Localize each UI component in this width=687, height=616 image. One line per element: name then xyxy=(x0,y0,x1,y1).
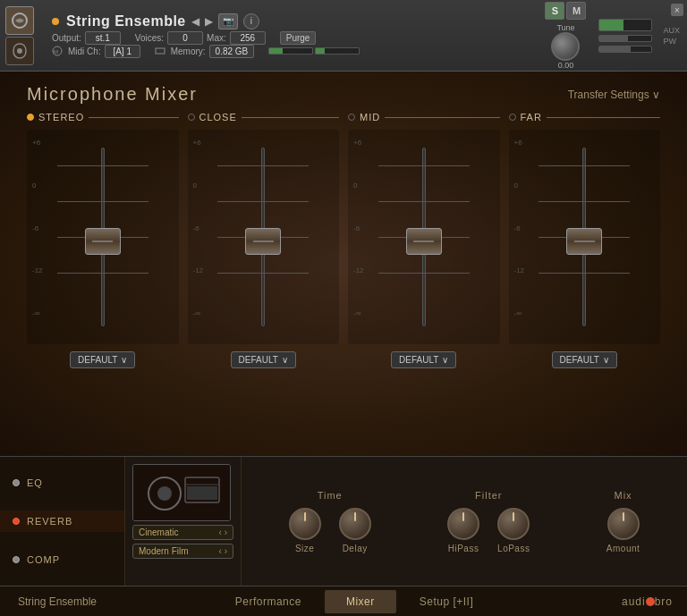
channel-far: FAR +6 0 -6 -12 -∞ DEFAULT xyxy=(509,112,661,368)
size-knob-item: Size xyxy=(289,508,321,553)
effect-item-eq[interactable]: EQ xyxy=(0,472,124,494)
effect-label-comp: COMP xyxy=(27,554,60,565)
s-button[interactable]: S xyxy=(545,2,564,20)
channel-dot-far[interactable] xyxy=(509,114,516,121)
tab-mixer[interactable]: Mixer xyxy=(325,590,396,613)
preset-bottom-bar[interactable]: Modern Film ‹ › xyxy=(132,544,233,559)
level-meter-2 xyxy=(315,47,360,55)
fader-tick-4 xyxy=(57,273,148,274)
pw-bar xyxy=(598,46,652,53)
delay-knob-label: Delay xyxy=(343,544,368,553)
aux-pw-labels: AUX PW xyxy=(656,22,687,49)
output-value[interactable]: st.1 xyxy=(85,31,121,45)
nav-next-button[interactable]: ▶ xyxy=(205,15,213,28)
size-knob[interactable] xyxy=(289,508,321,540)
close-button[interactable]: × xyxy=(671,4,683,16)
hipass-knob[interactable] xyxy=(447,508,479,540)
midi-value[interactable]: [A] 1 xyxy=(105,45,140,58)
memory-label: Memory: xyxy=(171,46,206,56)
midi-field: M Midi Ch: [A] 1 xyxy=(52,45,140,58)
tune-label: Tune xyxy=(556,23,574,32)
channel-close: CLOSE +6 0 -6 -12 -∞ DEFAULT xyxy=(188,112,340,368)
fader-handle-far[interactable] xyxy=(566,228,602,255)
hipass-knob-item: HiPass xyxy=(447,508,479,553)
channel-header-mid: MID xyxy=(348,112,500,122)
tune-knob[interactable] xyxy=(551,32,580,61)
preset-area: Cinematic ‹ › Modern Film ‹ › xyxy=(125,457,242,586)
channel-mid: MID +6 0 -6 -12 -∞ DEFAULT xyxy=(348,112,500,368)
fader-tick-1 xyxy=(57,165,148,166)
amount-knob-label: Amount xyxy=(606,544,640,553)
mixer-channels: STEREO +6 0 -6 -12 -∞ DEFAULT xyxy=(0,112,687,368)
tab-performance[interactable]: Performance xyxy=(214,590,323,613)
level-meters xyxy=(268,47,360,55)
fader-area-far: +6 0 -6 -12 -∞ xyxy=(509,130,661,344)
preset-top-bar[interactable]: Cinematic ‹ › xyxy=(132,525,233,540)
time-knob-row: Size Delay xyxy=(289,508,371,553)
brand-circle xyxy=(646,597,655,606)
fader-handle-mid[interactable] xyxy=(406,228,442,255)
sm-tune-section: S M Tune 0.00 xyxy=(538,0,593,73)
channel-dot-close[interactable] xyxy=(188,114,195,121)
svg-point-7 xyxy=(157,486,172,501)
channel-header-far: FAR xyxy=(509,112,661,122)
effect-dot-eq xyxy=(13,479,20,486)
amount-knob[interactable] xyxy=(607,508,640,540)
main-level-bar xyxy=(598,19,652,31)
m-button[interactable]: M xyxy=(566,2,586,20)
channel-stereo: STEREO +6 0 -6 -12 -∞ DEFAULT xyxy=(27,112,179,368)
effect-item-reverb[interactable]: REVERB xyxy=(0,511,124,532)
dropdown-arrow-stereo: ∨ xyxy=(121,355,127,365)
info-button[interactable]: i xyxy=(243,13,259,30)
top-bar: String Ensemble ◀ ▶ 📷 i Output: st.1 Voi… xyxy=(0,0,687,72)
channel-line-stereo xyxy=(89,117,178,118)
instrument-icon xyxy=(5,6,34,35)
channel-dropdown-mid[interactable]: DEFAULT ∨ xyxy=(391,351,456,368)
fader-handle-stereo[interactable] xyxy=(85,228,121,255)
svg-text:M: M xyxy=(54,49,58,55)
max-label: Max: xyxy=(207,33,226,43)
tune-value: 0.00 xyxy=(558,61,574,70)
channel-dot-mid[interactable] xyxy=(348,114,355,121)
hipass-knob-label: HiPass xyxy=(448,544,479,553)
fader-handle-close[interactable] xyxy=(245,228,281,255)
nav-prev-button[interactable]: ◀ xyxy=(191,15,199,28)
purge-button[interactable]: Purge xyxy=(280,31,317,45)
level-meter-1 xyxy=(268,47,313,55)
bottom-nav: String Ensemble Performance Mixer Setup … xyxy=(0,586,687,616)
effect-item-comp[interactable]: COMP xyxy=(0,549,124,570)
time-label: Time xyxy=(318,490,343,501)
voices-field: Voices: 0 Max: 256 xyxy=(135,31,266,45)
tune-control: Tune 0.00 xyxy=(551,23,580,70)
memory-value: 0.82 GB xyxy=(209,45,255,58)
transfer-settings-button[interactable]: Transfer Settings ∨ xyxy=(568,89,660,101)
delay-knob[interactable] xyxy=(339,508,371,540)
mix-knob-row: Amount xyxy=(606,508,640,553)
channel-dropdown-far[interactable]: DEFAULT ∨ xyxy=(552,351,617,368)
channel-dropdown-stereo[interactable]: DEFAULT ∨ xyxy=(70,351,135,368)
lopass-knob[interactable] xyxy=(497,508,530,540)
size-knob-label: Size xyxy=(295,544,314,553)
fader-area-close: +6 0 -6 -12 -∞ xyxy=(188,130,340,344)
channel-dot-stereo[interactable] xyxy=(27,114,34,121)
tab-setup[interactable]: Setup [+II] xyxy=(398,590,496,613)
channel-name-far: FAR xyxy=(521,112,542,122)
fader-tick-far-2 xyxy=(539,201,630,202)
pw-label: PW xyxy=(663,37,680,46)
memory-icon xyxy=(155,46,165,56)
camera-button[interactable]: 📷 xyxy=(218,13,238,30)
fader-tick-mid-4 xyxy=(378,273,470,274)
voices-value: 0 xyxy=(167,31,203,45)
effects-section: EQ REVERB COMP Cinematic ‹ › xyxy=(0,456,687,586)
aux-label: AUX xyxy=(663,26,680,35)
preset-top-text: Cinematic xyxy=(139,527,178,537)
fader-scale-close: +6 0 -6 -12 -∞ xyxy=(193,139,204,317)
dropdown-label-far: DEFAULT xyxy=(560,355,599,365)
logo-icon xyxy=(5,37,34,65)
dropdown-arrow-close: ∨ xyxy=(282,355,288,365)
channel-dropdown-close[interactable]: DEFAULT ∨ xyxy=(231,351,296,368)
preset-top-arrows: ‹ › xyxy=(219,527,227,537)
nav-tabs: Performance Mixer Setup [+II] xyxy=(195,590,513,613)
midi-label: Midi Ch: xyxy=(68,46,101,56)
preset-thumbnail-svg xyxy=(133,465,231,521)
